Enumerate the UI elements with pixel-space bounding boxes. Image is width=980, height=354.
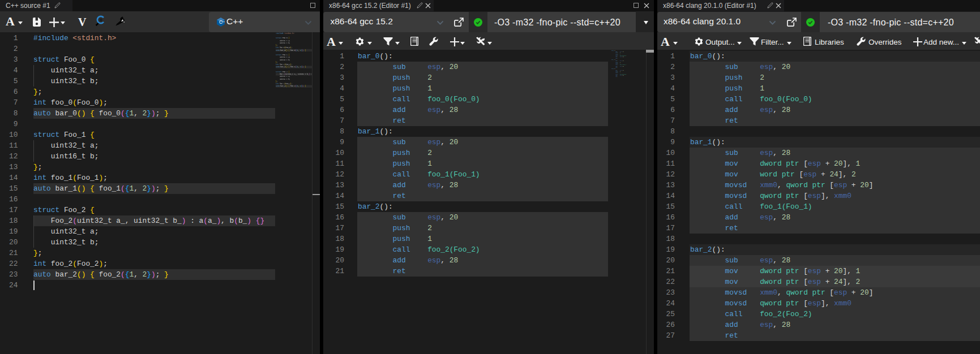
- svg-text:++: ++: [221, 20, 225, 23]
